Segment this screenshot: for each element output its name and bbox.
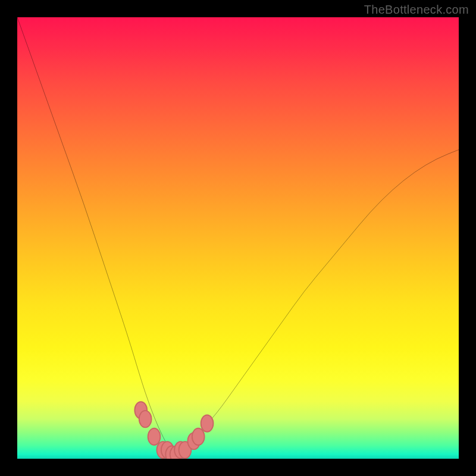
outer-frame: TheBottleneck.com <box>0 0 476 476</box>
trough-marker <box>139 411 152 427</box>
trough-markers-group <box>134 402 213 459</box>
plot-area <box>17 17 459 459</box>
trough-marker <box>192 428 205 445</box>
watermark-text: TheBottleneck.com <box>364 3 469 17</box>
trough-marker <box>148 428 161 445</box>
trough-marker <box>201 415 214 432</box>
chart-svg <box>17 17 459 459</box>
bottleneck-curve <box>17 17 459 450</box>
